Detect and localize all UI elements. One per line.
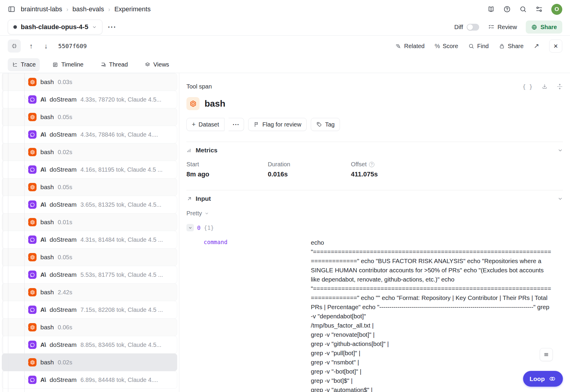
breadcrumb-separator: › — [108, 6, 110, 13]
search-icon[interactable] — [519, 5, 527, 13]
next-row-button[interactable]: ↓ — [42, 42, 50, 50]
bash-tool-icon — [28, 358, 37, 366]
chevron-down-icon — [205, 211, 209, 216]
span-row[interactable]: bash 0.02s — [2, 353, 177, 371]
span-row[interactable]: A\ doStream 7.15s, 82208 tok, Claude 4.5… — [2, 301, 177, 319]
span-detail: 0.05s — [58, 254, 72, 261]
raw-json-icon[interactable]: { } — [522, 83, 533, 90]
floating-menu-button[interactable] — [540, 348, 553, 361]
span-name: bash — [40, 113, 54, 121]
info-icon[interactable]: ? — [369, 162, 374, 167]
expand-vertical-icon[interactable] — [557, 83, 563, 90]
docs-book-icon[interactable] — [487, 5, 495, 13]
span-row[interactable]: A\ doStream 6.89s, 84448 tok, Claude 4..… — [2, 371, 177, 389]
span-row[interactable]: A\ doStream 4.16s, 81195 tok, Claude 4.5… — [2, 161, 177, 178]
tab-thread[interactable]: Thread — [96, 58, 132, 71]
close-button[interactable]: ✕ — [549, 39, 562, 53]
span-detail: 3.65s, 81325 tok, Claude 4.5... — [80, 201, 161, 208]
flag-for-review-button[interactable]: Flag for review — [248, 118, 307, 131]
span-detail: 4.31s, 81484 tok, Claude 4.5 ... — [80, 236, 163, 243]
share-trace-button[interactable]: Share — [499, 43, 523, 50]
span-name: doStream — [50, 376, 77, 383]
help-icon[interactable] — [503, 5, 511, 13]
span-row[interactable]: bash 0.06s — [2, 318, 177, 336]
tab-trace[interactable]: Trace — [8, 58, 40, 71]
related-button[interactable]: Related — [395, 43, 425, 50]
span-row[interactable]: bash 0.05s — [2, 248, 177, 266]
span-row[interactable]: bash 0.05s — [2, 178, 177, 196]
span-title: bash — [205, 99, 225, 109]
span-detail: 4.34s, 78846 tok, Claude 4.... — [80, 131, 158, 138]
find-button[interactable]: Find — [468, 43, 489, 50]
anthropic-logo-icon: A\ — [40, 166, 46, 173]
settings-sliders-icon[interactable] — [535, 5, 543, 13]
span-row[interactable]: bash 0.03s — [2, 73, 177, 91]
avatar[interactable]: O — [551, 4, 562, 15]
download-icon[interactable] — [542, 83, 548, 90]
collapse-node-button[interactable] — [186, 224, 194, 231]
span-name: doStream — [50, 166, 77, 173]
span-name: bash — [40, 184, 54, 191]
flag-label: Flag for review — [262, 121, 301, 128]
plus-icon: + — [192, 121, 196, 128]
breadcrumb-separator: › — [66, 6, 68, 13]
llm-stream-icon — [28, 165, 37, 174]
search-icon — [468, 43, 474, 49]
span-detail: 0.01s — [58, 219, 72, 226]
experiment-more-button[interactable]: ··· — [108, 23, 116, 31]
span-row[interactable]: A\ doStream 3.65s, 81325 tok, Claude 4.5… — [2, 196, 177, 214]
tag-button[interactable]: Tag — [311, 118, 340, 131]
span-row[interactable]: A\ doStream 4.33s, 78720 tok, Claude 4.5… — [2, 91, 177, 108]
flag-icon — [254, 121, 259, 127]
anthropic-logo-icon: A\ — [40, 131, 46, 138]
chevron-down-icon[interactable] — [558, 148, 563, 153]
span-detail: 0.02s — [58, 149, 72, 156]
span-row[interactable]: bash 0.02s — [2, 143, 177, 161]
span-name: bash — [40, 78, 54, 86]
span-row[interactable]: A\ doStream 4.34s, 78846 tok, Claude 4..… — [2, 126, 177, 143]
bash-tool-icon — [28, 78, 37, 86]
loop-button[interactable]: Loop — [523, 371, 563, 387]
metrics-section: Metrics Start 8m ago Duration 0.016s — [186, 142, 563, 178]
review-label: Review — [498, 24, 517, 31]
dataset-more-button[interactable]: ··· — [229, 118, 244, 131]
metric-label: Duration — [268, 161, 351, 168]
span-row[interactable]: A\ doStream 4.31s, 81484 tok, Claude 4.5… — [2, 231, 177, 249]
span-row[interactable]: bash 2.42s — [2, 283, 177, 301]
add-to-dataset-button[interactable]: + Dataset — [186, 118, 224, 131]
share-button[interactable]: Share — [526, 20, 562, 34]
breadcrumb-project[interactable]: bash-evals — [72, 5, 104, 13]
chevron-down-icon[interactable] — [558, 196, 563, 201]
tree-icon — [12, 62, 18, 68]
metric-offset: Offset ? 411.075s — [351, 161, 563, 178]
chat-bubbles-icon — [100, 62, 106, 68]
span-detail: 4.16s, 81195 tok, Claude 4.5 ... — [80, 166, 162, 173]
breadcrumb-page[interactable]: Experiments — [114, 5, 151, 13]
diff-toggle[interactable] — [467, 24, 479, 31]
score-button[interactable]: % Score — [435, 43, 458, 50]
span-row[interactable]: bash 0.01s — [2, 213, 177, 231]
tab-views[interactable]: Views — [140, 58, 173, 71]
app-root: braintrust-labs › bash-evals › Experimen… — [0, 0, 570, 392]
breadcrumb-org[interactable]: braintrust-labs — [21, 5, 62, 13]
bash-tool-icon — [28, 183, 37, 191]
arrow-up-right-icon — [186, 196, 192, 202]
llm-stream-icon — [28, 271, 37, 279]
anthropic-logo-icon: A\ — [40, 236, 46, 243]
span-row[interactable]: bash 0.05s — [2, 108, 177, 126]
span-row[interactable]: A\ doStream 5.53s, 81775 tok, Claude 4.5… — [2, 266, 177, 284]
prev-row-button[interactable]: ↑ — [27, 42, 36, 50]
tab-timeline[interactable]: Timeline — [48, 58, 88, 71]
review-button[interactable]: Review — [488, 24, 517, 31]
span-row[interactable]: A\ doStream 8.85s, 83465 tok, Claude 4.5… — [2, 336, 177, 354]
collapse-panel-button[interactable] — [8, 39, 21, 53]
format-dropdown[interactable]: Pretty — [186, 210, 563, 217]
share-label: Share — [540, 24, 557, 31]
experiment-selector[interactable]: bash-claude-opus-4-5 — [8, 20, 102, 34]
metric-label: Offset — [351, 161, 367, 168]
span-name: bash — [40, 254, 54, 261]
sidebar-toggle-icon[interactable] — [8, 5, 15, 13]
bash-tool-icon — [28, 113, 37, 121]
span-name: bash — [40, 324, 54, 331]
open-in-new-icon[interactable]: ↗ — [534, 42, 539, 50]
